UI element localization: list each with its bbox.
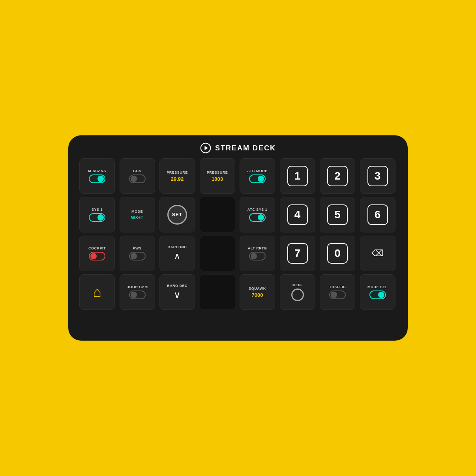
key-gcs-label: GCS xyxy=(133,169,141,173)
key-atc-mode[interactable]: ATC MODE xyxy=(240,158,275,194)
key-num0[interactable]: 0 xyxy=(320,236,355,271)
key-squawk-value: 7000 xyxy=(252,292,263,298)
key-num7[interactable]: 7 xyxy=(280,236,315,271)
toggle-door-cam[interactable] xyxy=(129,290,146,299)
key-squawk[interactable]: SQUAWK 7000 xyxy=(240,274,275,310)
key-gcs[interactable]: GCS xyxy=(120,158,155,194)
device-header: STREAM DECK xyxy=(200,142,276,154)
baro-inc-arrow-icon: ∧ xyxy=(174,251,181,262)
key-atc-sys1-label: ATC SYS 1 xyxy=(247,208,267,212)
baro-dec-arrow-icon: ∨ xyxy=(174,289,181,300)
toggle-pws[interactable] xyxy=(129,252,146,260)
key-num6[interactable]: 6 xyxy=(360,197,395,232)
svg-marker-1 xyxy=(204,146,208,150)
num-key-4-box: 4 xyxy=(287,204,308,225)
toggle-gcs[interactable] xyxy=(129,174,146,183)
num-key-5-box: 5 xyxy=(327,204,348,225)
key-num1[interactable]: 1 xyxy=(280,158,315,194)
brand-logo-icon xyxy=(200,142,211,154)
key-alt-rptg-label: ALT RPTG xyxy=(248,246,267,250)
key-pws[interactable]: PWS xyxy=(120,236,155,271)
toggle-cockpit[interactable] xyxy=(89,252,105,260)
key-ident-label: IDENT xyxy=(292,283,304,287)
stream-deck-device: STREAM DECK M-SCANS GCS PRESSURE 29.92 P… xyxy=(68,135,408,341)
key-blank1 xyxy=(200,197,235,232)
key-traffic-label: TRAFFIC xyxy=(329,285,346,289)
key-baro-inc-label: BARO INC xyxy=(168,245,187,249)
num-key-6-box: 6 xyxy=(367,204,388,225)
key-cockpit-label: COCKPIT xyxy=(88,246,106,250)
key-mode-value: WX+T xyxy=(131,215,143,220)
key-pressure2[interactable]: PRESSURE 1003 xyxy=(200,158,235,194)
key-num2[interactable]: 2 xyxy=(320,158,355,194)
key-door-cam-label: DOOR CAM xyxy=(127,285,148,289)
toggle-alt-rptg[interactable] xyxy=(249,252,266,260)
key-traffic[interactable]: TRAFFIC xyxy=(320,274,355,310)
key-set[interactable]: SET xyxy=(159,197,195,232)
key-alt-rptg[interactable]: ALT RPTG xyxy=(240,236,275,271)
key-mode-sel-label: MODE SEL xyxy=(367,285,388,289)
key-pressure2-value: 1003 xyxy=(212,176,223,182)
num-key-3-box: 3 xyxy=(367,166,388,186)
key-baro-dec-label: BARO DEC xyxy=(167,284,187,288)
key-num4[interactable]: 4 xyxy=(280,197,315,232)
toggle-mode-sel[interactable] xyxy=(369,290,386,299)
toggle-m-scans[interactable] xyxy=(89,174,105,183)
key-mode[interactable]: MODE WX+T xyxy=(120,197,155,232)
brand-name: STREAM DECK xyxy=(215,144,276,152)
key-pressure1-value: 29.92 xyxy=(171,176,184,182)
key-num3[interactable]: 3 xyxy=(360,158,395,194)
key-pressure2-label: PRESSURE xyxy=(207,171,228,174)
toggle-atc-sys1[interactable] xyxy=(249,213,266,222)
key-m-scans[interactable]: M-SCANS xyxy=(79,158,115,194)
home-icon: ⌂ xyxy=(93,284,101,300)
num-key-2-box: 2 xyxy=(327,166,348,186)
key-atc-mode-label: ATC MODE xyxy=(247,169,267,173)
key-pws-label: PWS xyxy=(133,246,141,250)
key-mode-sel[interactable]: MODE SEL xyxy=(360,274,395,310)
num-key-0-box: 0 xyxy=(327,243,348,264)
num-key-1-box: 1 xyxy=(287,166,308,186)
key-num5[interactable]: 5 xyxy=(320,197,355,232)
key-m-scans-label: M-SCANS xyxy=(88,169,106,173)
key-sys1[interactable]: SYS 1 xyxy=(79,197,115,232)
key-baro-dec[interactable]: BARO DEC ∨ xyxy=(159,274,195,310)
ident-circle-icon xyxy=(291,289,304,301)
key-sys1-label: SYS 1 xyxy=(92,208,103,212)
key-cockpit[interactable]: COCKPIT xyxy=(79,236,115,271)
key-baro-inc[interactable]: BARO INC ∧ xyxy=(159,236,195,271)
key-ident[interactable]: IDENT xyxy=(280,274,315,310)
key-door-cam[interactable]: DOOR CAM xyxy=(120,274,155,310)
backspace-icon: ⌫ xyxy=(371,248,384,259)
key-home[interactable]: ⌂ xyxy=(79,274,115,310)
toggle-traffic[interactable] xyxy=(329,290,346,299)
key-squawk-label: SQUAWK xyxy=(249,287,266,290)
key-pressure1-label: PRESSURE xyxy=(167,171,188,174)
num-key-7-box: 7 xyxy=(287,243,308,264)
key-atc-sys1[interactable]: ATC SYS 1 xyxy=(240,197,275,232)
key-blank2 xyxy=(200,236,235,271)
set-button[interactable]: SET xyxy=(167,205,187,225)
key-mode-label: MODE xyxy=(131,210,143,214)
toggle-sys1[interactable] xyxy=(89,213,105,222)
button-grid: M-SCANS GCS PRESSURE 29.92 PRESSURE 1003… xyxy=(79,158,397,310)
key-backspace[interactable]: ⌫ xyxy=(360,236,395,271)
key-blank3 xyxy=(200,274,235,310)
key-pressure1[interactable]: PRESSURE 29.92 xyxy=(159,158,195,194)
toggle-atc-mode[interactable] xyxy=(249,174,266,183)
